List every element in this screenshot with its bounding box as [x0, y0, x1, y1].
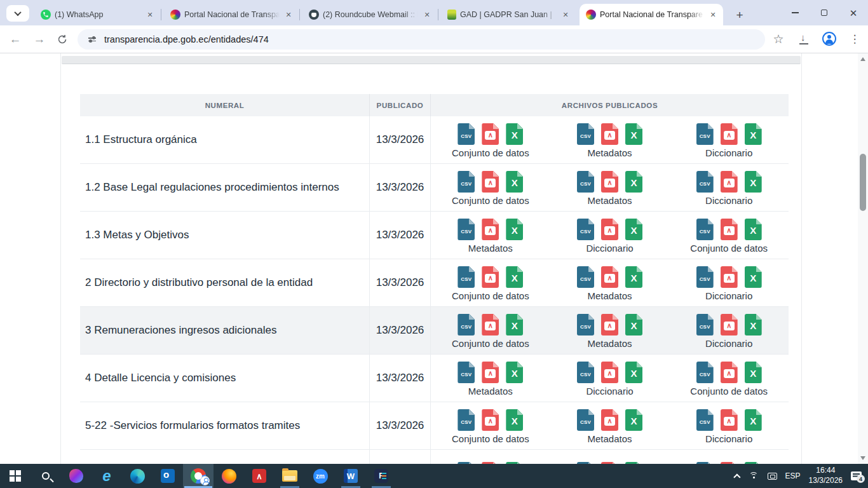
xls-file-icon[interactable]: X — [625, 171, 642, 193]
tab-gad[interactable]: GAD | GADPR San Juan | ✕ — [441, 4, 576, 25]
vertical-scrollbar[interactable] — [858, 53, 868, 464]
notifications-icon[interactable]: 4 — [851, 471, 862, 480]
xls-file-icon[interactable]: X — [506, 219, 523, 240]
taskbar-forticlient-button[interactable]: F — [366, 464, 397, 488]
xls-file-icon[interactable]: X — [625, 314, 642, 336]
close-icon[interactable]: ✕ — [283, 10, 294, 20]
taskbar-search-button[interactable] — [31, 464, 61, 488]
close-window-button[interactable]: ✕ — [839, 0, 868, 25]
xls-file-icon[interactable]: X — [625, 409, 642, 431]
pdf-file-icon[interactable]: ∧ — [721, 362, 738, 383]
pdf-file-icon[interactable]: ∧ — [601, 123, 618, 145]
bookmark-star-icon[interactable]: ☆ — [770, 30, 787, 47]
reload-button[interactable] — [53, 30, 71, 48]
url-text[interactable]: transparencia.dpe.gob.ec/entidades/474 — [104, 34, 269, 44]
maximize-button[interactable] — [810, 0, 839, 25]
csv-file-icon[interactable]: CSV — [577, 314, 594, 336]
csv-file-icon[interactable]: CSV — [458, 362, 475, 383]
xls-file-icon[interactable]: X — [745, 314, 762, 336]
pdf-file-icon[interactable]: ∧ — [482, 123, 499, 145]
xls-file-icon[interactable]: X — [506, 171, 523, 193]
taskbar-outlook-button[interactable] — [153, 464, 183, 488]
csv-file-icon[interactable]: CSV — [577, 219, 594, 240]
clock[interactable]: 16:44 13/3/2026 — [809, 466, 843, 485]
pdf-file-icon[interactable]: ∧ — [482, 362, 499, 383]
xls-file-icon[interactable]: X — [745, 409, 762, 431]
csv-file-icon[interactable]: CSV — [696, 219, 714, 240]
pdf-file-icon[interactable]: ∧ — [721, 409, 738, 431]
xls-file-icon[interactable]: X — [506, 409, 523, 431]
pdf-file-icon[interactable]: ∧ — [601, 266, 618, 288]
pdf-file-icon[interactable]: ∧ — [721, 266, 738, 288]
pdf-file-icon[interactable]: ∧ — [482, 171, 499, 193]
csv-file-icon[interactable]: CSV — [577, 171, 594, 193]
display-icon[interactable] — [768, 473, 777, 480]
pdf-file-icon[interactable]: ∧ — [721, 314, 738, 336]
csv-file-icon[interactable]: CSV — [696, 171, 714, 193]
wifi-icon[interactable] — [749, 472, 759, 480]
tab-portal-active[interactable]: Portal Nacional de Transpare ✕ — [580, 4, 723, 25]
language-indicator[interactable]: ESP — [785, 471, 801, 480]
scroll-up-icon[interactable] — [860, 57, 865, 61]
close-icon[interactable]: ✕ — [560, 10, 571, 20]
xls-file-icon[interactable]: X — [625, 362, 642, 383]
xls-file-icon[interactable]: X — [745, 219, 762, 240]
xls-file-icon[interactable]: X — [745, 362, 762, 383]
back-button[interactable]: ← — [6, 30, 24, 48]
browser-menu-icon[interactable]: ⋮ — [846, 30, 863, 47]
pdf-file-icon[interactable]: ∧ — [482, 266, 499, 288]
taskbar-acrobat-button[interactable]: ∧ — [244, 464, 275, 488]
taskbar-edge-button[interactable] — [122, 464, 153, 488]
pdf-file-icon[interactable]: ∧ — [601, 314, 618, 336]
xls-file-icon[interactable]: X — [506, 314, 523, 336]
taskbar-word-button[interactable]: W — [336, 464, 366, 488]
csv-file-icon[interactable]: CSV — [458, 171, 475, 193]
taskbar-ie-button[interactable]: e — [92, 464, 122, 488]
xls-file-icon[interactable]: X — [506, 266, 523, 288]
close-icon[interactable]: ✕ — [708, 10, 718, 20]
site-info-icon[interactable] — [85, 32, 99, 46]
xls-file-icon[interactable]: X — [625, 266, 642, 288]
csv-file-icon[interactable]: CSV — [458, 266, 475, 288]
taskbar-chrome-button[interactable] — [183, 464, 214, 488]
close-icon[interactable]: ✕ — [145, 10, 155, 20]
taskbar-copilot-button[interactable] — [61, 464, 92, 488]
forward-button[interactable]: → — [31, 30, 48, 48]
pdf-file-icon[interactable]: ∧ — [482, 219, 499, 240]
csv-file-icon[interactable]: CSV — [577, 123, 594, 145]
xls-file-icon[interactable]: X — [745, 171, 762, 193]
scroll-down-icon[interactable] — [860, 456, 865, 460]
csv-file-icon[interactable]: CSV — [458, 123, 475, 145]
pdf-file-icon[interactable]: ∧ — [721, 219, 738, 240]
scrollbar-thumb[interactable] — [860, 154, 866, 211]
pdf-file-icon[interactable]: ∧ — [601, 409, 618, 431]
csv-file-icon[interactable]: CSV — [577, 409, 594, 431]
csv-file-icon[interactable]: CSV — [577, 266, 594, 288]
pdf-file-icon[interactable]: ∧ — [721, 123, 738, 145]
tab-whatsapp[interactable]: (1) WhatsApp ✕ — [34, 4, 160, 25]
pdf-file-icon[interactable]: ∧ — [482, 409, 499, 431]
xls-file-icon[interactable]: X — [745, 266, 762, 288]
taskbar-firefox-button[interactable] — [214, 464, 244, 488]
close-icon[interactable]: ✕ — [422, 10, 432, 20]
start-button[interactable] — [0, 464, 31, 488]
pdf-file-icon[interactable]: ∧ — [721, 171, 738, 193]
csv-file-icon[interactable]: CSV — [458, 219, 475, 240]
xls-file-icon[interactable]: X — [745, 123, 762, 145]
csv-file-icon[interactable]: CSV — [696, 314, 714, 336]
taskbar-explorer-button[interactable] — [275, 464, 305, 488]
xls-file-icon[interactable]: X — [506, 123, 523, 145]
csv-file-icon[interactable]: CSV — [696, 362, 714, 383]
tab-search-button[interactable] — [6, 5, 29, 22]
xls-file-icon[interactable]: X — [625, 219, 642, 240]
csv-file-icon[interactable]: CSV — [458, 314, 475, 336]
csv-file-icon[interactable]: CSV — [577, 362, 594, 383]
address-bar[interactable]: transparencia.dpe.gob.ec/entidades/474 — [78, 29, 765, 50]
xls-file-icon[interactable]: X — [506, 362, 523, 383]
xls-file-icon[interactable]: X — [625, 123, 642, 145]
downloads-icon[interactable] — [796, 30, 812, 47]
csv-file-icon[interactable]: CSV — [458, 409, 475, 431]
csv-file-icon[interactable]: CSV — [696, 123, 714, 145]
tab-roundcube[interactable]: (2) Roundcube Webmail :: E ✕ — [302, 4, 437, 25]
profile-avatar-icon[interactable] — [821, 30, 837, 47]
